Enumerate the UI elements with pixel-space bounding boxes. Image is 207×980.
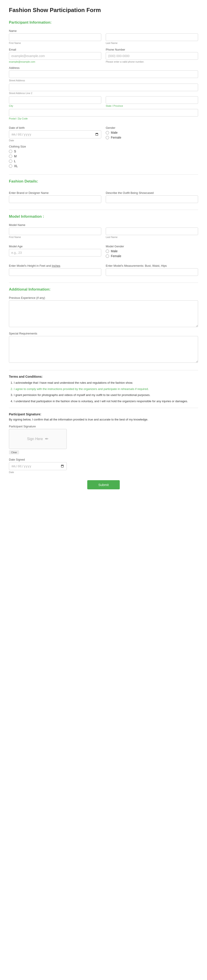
last-name-input[interactable] xyxy=(106,33,198,41)
dob-gender-row: Date of birth Date Gender Male Female xyxy=(9,123,198,142)
terms-item-1: I acknowledge that I have read and under… xyxy=(14,380,198,385)
size-xl-radio[interactable] xyxy=(9,164,12,168)
model-height-input[interactable] xyxy=(9,268,101,276)
submit-button[interactable]: Submit xyxy=(87,480,120,489)
terms-list: I acknowledge that I have read and under… xyxy=(9,380,198,403)
email-placeholder-label: example@example.com xyxy=(9,60,101,63)
date-signed-group: Date Signed Date xyxy=(9,458,198,474)
phone-label: Phone Number xyxy=(106,48,198,51)
model-first-name-label: First Name xyxy=(9,236,101,239)
zip-input[interactable] xyxy=(9,109,198,116)
outfit-wrapper: Describe the Outfit Being Showcased xyxy=(106,188,198,203)
additional-section: Additional Information: Previous Experie… xyxy=(9,287,198,363)
first-name-label: First Name xyxy=(9,42,101,45)
brand-label: Enter Brand or Designer Name xyxy=(9,191,101,194)
state-label: State / Province xyxy=(106,105,198,107)
model-age-gender-row: Model Age Model Gender Male Female xyxy=(9,242,198,258)
gender-wrapper: Gender Male Female xyxy=(106,123,198,142)
address-group: Address Street Address Street Address Li… xyxy=(9,66,198,120)
phone-input[interactable] xyxy=(106,52,198,60)
first-name-input[interactable] xyxy=(9,33,101,41)
phone-field-wrapper: Phone Number Please enter a valid phone … xyxy=(106,45,198,63)
model-height-measurements-row: Enter Model's Height in Feet and Inches … xyxy=(9,261,198,276)
size-s-radio[interactable] xyxy=(9,150,12,153)
gender-male-radio[interactable] xyxy=(106,131,109,134)
clothing-size-options: S M L XL xyxy=(9,150,198,168)
size-s-label: S xyxy=(14,150,16,153)
brand-input[interactable] xyxy=(9,196,101,203)
city-label: City xyxy=(9,105,101,107)
dob-input-wrapper xyxy=(9,130,101,138)
size-m-option[interactable]: M xyxy=(9,154,198,158)
size-m-radio[interactable] xyxy=(9,154,12,158)
signature-placeholder: Sign Here ✒ xyxy=(27,436,49,442)
signature-section: Participant Signature: By signing below,… xyxy=(9,412,198,474)
model-last-name-input[interactable] xyxy=(106,228,198,235)
brand-wrapper: Enter Brand or Designer Name xyxy=(9,188,101,203)
size-l-label: L xyxy=(14,159,16,163)
street2-input[interactable] xyxy=(9,84,198,91)
size-l-option[interactable]: L xyxy=(9,159,198,163)
model-measurements-input[interactable] xyxy=(106,268,198,276)
name-label: Name xyxy=(9,29,198,33)
size-xl-option[interactable]: XL xyxy=(9,164,198,168)
date-signed-label: Date Signed xyxy=(9,458,198,461)
signature-pen-icon: ✒ xyxy=(45,436,49,442)
page-title: Fashion Show Participation Form xyxy=(9,7,198,14)
address-label: Address xyxy=(9,66,198,70)
participant-section: Participant Information: Name First Name… xyxy=(9,20,198,168)
previous-experience-textarea[interactable] xyxy=(9,301,198,327)
model-name-row: First Name Last Name xyxy=(9,228,198,239)
dob-input[interactable] xyxy=(9,130,101,138)
model-name-group: Model Name First Name Last Name xyxy=(9,223,198,239)
model-age-wrapper: Model Age xyxy=(9,242,101,258)
model-last-name-wrapper: Last Name xyxy=(106,228,198,239)
city-input[interactable] xyxy=(9,96,101,104)
zip-wrapper: Postal / Zip Code xyxy=(9,109,198,120)
special-requirements-textarea[interactable] xyxy=(9,336,198,363)
street2-label: Street Address Line 2 xyxy=(9,92,198,94)
terms-item-2: I agree to comply with the instructions … xyxy=(14,387,198,391)
dob-label: Date of birth xyxy=(9,126,101,129)
dob-sub-label: Date xyxy=(9,139,101,142)
dob-wrapper: Date of birth Date xyxy=(9,123,101,142)
model-age-input[interactable] xyxy=(9,249,101,256)
gender-female-radio[interactable] xyxy=(106,136,109,139)
model-gender-label: Model Gender xyxy=(106,245,198,248)
clear-signature-button[interactable]: Clear xyxy=(9,450,19,454)
model-height-inches: Inches xyxy=(52,264,60,267)
outfit-input[interactable] xyxy=(106,196,198,203)
last-name-label: Last Name xyxy=(106,42,198,45)
model-height-wrapper: Enter Model's Height in Feet and Inches xyxy=(9,261,101,276)
size-xl-label: XL xyxy=(14,164,18,168)
model-gender-male-radio[interactable] xyxy=(106,250,109,253)
size-s-option[interactable]: S xyxy=(9,150,198,153)
date-signed-input[interactable] xyxy=(9,462,67,470)
model-gender-female-option[interactable]: Female xyxy=(106,254,198,258)
previous-experience-label: Previous Experience (if any) xyxy=(9,296,198,299)
clothing-size-label: Clothing Size xyxy=(9,145,198,148)
participant-section-title: Participant Information: xyxy=(9,20,198,25)
gender-female-option[interactable]: Female xyxy=(106,136,198,139)
last-name-field-wrapper: Last Name xyxy=(106,33,198,45)
divider-2 xyxy=(9,210,198,210)
name-group: Name First Name Last Name xyxy=(9,29,198,45)
name-row: First Name Last Name xyxy=(9,33,198,45)
special-requirements-label: Special Requirements xyxy=(9,332,198,335)
size-l-radio[interactable] xyxy=(9,159,12,163)
email-label: Email xyxy=(9,48,101,51)
email-input[interactable] xyxy=(9,52,101,60)
clothing-size-group: Clothing Size S M L XL xyxy=(9,145,198,168)
phone-note: Please enter a valid phone number. xyxy=(106,60,198,63)
signature-canvas-wrapper[interactable]: Sign Here ✒ xyxy=(9,429,67,449)
special-requirements-group: Special Requirements xyxy=(9,332,198,363)
gender-radio-group: Male Female xyxy=(106,131,198,139)
model-gender-male-option[interactable]: Male xyxy=(106,249,198,253)
model-gender-female-radio[interactable] xyxy=(106,255,109,258)
gender-male-option[interactable]: Male xyxy=(106,131,198,134)
size-m-label: M xyxy=(14,154,17,158)
state-input[interactable] xyxy=(106,96,198,104)
model-gender-wrapper: Model Gender Male Female xyxy=(106,242,198,258)
street1-input[interactable] xyxy=(9,70,198,78)
model-first-name-input[interactable] xyxy=(9,228,101,235)
